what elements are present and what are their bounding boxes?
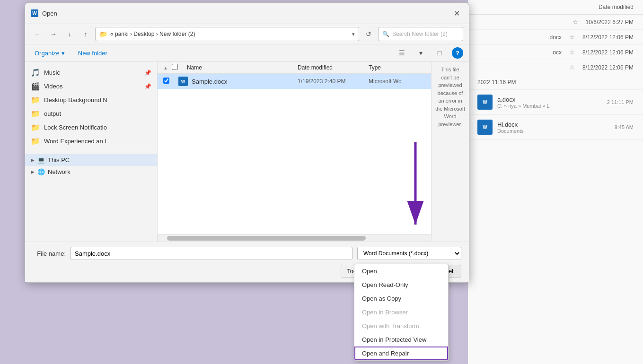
- sidebar-item-lock[interactable]: 📁 Lock Screen Notificatio: [25, 121, 157, 134]
- dropdown-item-in-browser: Open in Browser: [354, 305, 448, 319]
- bg-file-path-hi: Documents: [497, 128, 524, 134]
- folder-icon-output: 📁: [31, 109, 40, 118]
- filetype-select[interactable]: Word Documents (*.docx): [357, 247, 461, 260]
- organize-dropdown-icon: ▾: [62, 50, 65, 57]
- sidebar-item-word[interactable]: 📁 Word Experienced an I: [25, 134, 157, 148]
- filename-input[interactable]: [70, 247, 352, 260]
- bg-file-label-2: .docx: [548, 34, 562, 41]
- dialog-title-bar: W Open ✕: [25, 3, 469, 24]
- this-pc-icon: 💻: [37, 156, 45, 164]
- bg-date-col: Date modified: [599, 4, 634, 10]
- search-placeholder: Search New folder (2): [392, 31, 448, 37]
- sidebar-divider: [31, 151, 151, 151]
- network-expand-icon: ▶: [31, 169, 35, 174]
- preview-text: This file can't be previewed because of …: [435, 67, 465, 127]
- table-row[interactable]: W Sample.docx 1/19/2023 2:40 PM Microsof…: [158, 74, 431, 89]
- header-checkbox[interactable]: [172, 64, 183, 71]
- background-panel: Date modified ☆ 10/6/2022 6:27 PM .docx …: [468, 0, 643, 364]
- view-list-button[interactable]: ☰: [395, 46, 408, 60]
- scroll-thumb[interactable]: [167, 236, 366, 241]
- bg-word-icon-a: W: [477, 95, 493, 110]
- dropdown-item-protected[interactable]: Open in Protected View: [354, 333, 448, 347]
- close-button[interactable]: ✕: [450, 7, 463, 20]
- bg-row-2: .docx ☆ 8/12/2022 12:06 PM: [468, 30, 643, 45]
- col-header-name[interactable]: Name: [187, 64, 298, 71]
- sidebar-item-output[interactable]: 📁 output: [25, 107, 157, 121]
- bg-row-3: .ocx ☆ 8/12/2022 12:06 PM: [468, 45, 643, 60]
- search-bar[interactable]: 🔍 Search New folder (2): [378, 27, 463, 41]
- search-icon: 🔍: [382, 31, 389, 37]
- address-bar[interactable]: 📁 « panki › Desktop › New folder (2) ▾: [95, 27, 359, 41]
- dropdown-item-repair[interactable]: Open and Repair: [354, 347, 448, 360]
- bg-file-hi: W Hi.docx Documents 9:45 AM: [468, 115, 643, 140]
- dialog-title: Open: [42, 10, 446, 17]
- bg-pin-3: ☆: [569, 49, 575, 56]
- pin-icon-music: 📌: [144, 69, 151, 76]
- pin-icon-videos: 📌: [144, 83, 151, 90]
- help-button[interactable]: ?: [452, 47, 463, 59]
- filename-row: File name: Word Documents (*.docx): [33, 247, 461, 260]
- bg-row-1: ☆ 10/6/2022 6:27 PM: [468, 15, 643, 30]
- folder-icon-word: 📁: [31, 137, 40, 146]
- sidebar: 🎵 Music 📌 🎬 Videos 📌 📁 Desktop Backgroun…: [25, 62, 158, 242]
- folder-icon-deskbg: 📁: [31, 95, 40, 104]
- sidebar-label-lock: Lock Screen Notificatio: [44, 124, 107, 131]
- file-list-header: ▲ Name Date modified Type: [158, 62, 431, 74]
- horizontal-scrollbar[interactable]: [158, 234, 431, 242]
- main-content: 🎵 Music 📌 🎬 Videos 📌 📁 Desktop Backgroun…: [25, 62, 469, 242]
- sidebar-label-output: output: [44, 110, 61, 117]
- bg-file-date-hi: 9:45 AM: [615, 124, 634, 130]
- sidebar-label-network: Network: [48, 168, 70, 175]
- sidebar-label-this-pc: This PC: [48, 156, 70, 164]
- dropdown-item-transform: Open with Transform: [354, 319, 448, 333]
- back-button[interactable]: ←: [31, 27, 44, 41]
- file-checkbox[interactable]: [163, 78, 175, 85]
- organize-button[interactable]: Organize ▾: [31, 48, 69, 59]
- music-icon: 🎵: [31, 68, 40, 77]
- dropdown-item-as-copy[interactable]: Open as Copy: [354, 292, 448, 305]
- layout-button[interactable]: □: [433, 46, 446, 60]
- bg-file-path-a: C: » riya » Mumbai » L: [497, 103, 550, 109]
- bg-pin-4: ☆: [569, 64, 575, 71]
- organize-label: Organize: [35, 50, 60, 57]
- bg-file-name-a: a.docx: [497, 96, 550, 103]
- bg-file-a: W a.docx C: » riya » Mumbai » L 2 11:11 …: [468, 90, 643, 115]
- network-icon: 🌐: [37, 168, 45, 175]
- dropdown-item-open[interactable]: Open: [354, 264, 448, 278]
- sidebar-item-videos[interactable]: 🎬 Videos 📌: [25, 79, 157, 93]
- forward-button[interactable]: →: [47, 27, 60, 41]
- new-folder-label: New folder: [78, 50, 107, 57]
- col-header-type[interactable]: Type: [369, 64, 425, 71]
- sidebar-label-music: Music: [44, 69, 60, 76]
- dropdown-item-read-only[interactable]: Open Read-Only: [354, 278, 448, 292]
- sidebar-label-videos: Videos: [44, 83, 63, 90]
- view-dropdown-button[interactable]: ▾: [414, 46, 427, 60]
- bg-date-4: 8/12/2022 12:06 PM: [582, 64, 634, 71]
- sort-arrow: ▲: [163, 65, 168, 70]
- select-all-checkbox[interactable]: [172, 64, 178, 70]
- toolbar: Organize ▾ New folder ☰ ▾ □ ?: [25, 44, 469, 62]
- file-select-checkbox[interactable]: [163, 78, 169, 84]
- dropdown-button[interactable]: ↓: [63, 27, 76, 41]
- bg-partial-date: 2022 11:16 PM: [468, 75, 643, 90]
- refresh-button[interactable]: ↺: [362, 27, 375, 41]
- new-folder-button[interactable]: New folder: [74, 48, 111, 59]
- file-date-cell: 1/19/2023 2:40 PM: [298, 78, 369, 85]
- bg-file-label-3: .ocx: [551, 49, 562, 56]
- col-header-date[interactable]: Date modified: [298, 64, 369, 71]
- this-pc-expand-icon: ▶: [31, 157, 35, 163]
- bg-pin-2: ☆: [569, 34, 575, 41]
- bg-word-icon-hi: W: [477, 120, 493, 135]
- sidebar-item-desktop-bg[interactable]: 📁 Desktop Background N: [25, 93, 157, 107]
- bg-date-1: 10/6/2022 6:27 PM: [586, 19, 634, 26]
- bg-column-header: Date modified: [468, 0, 643, 15]
- folder-icon-lock: 📁: [31, 123, 40, 132]
- file-list-area: ▲ Name Date modified Type W Sample.docx …: [158, 62, 431, 242]
- bg-file-date-a: 2 11:11 PM: [607, 99, 634, 105]
- file-list-content: W Sample.docx 1/19/2023 2:40 PM Microsof…: [158, 74, 431, 234]
- sidebar-item-network[interactable]: ▶ 🌐 Network: [25, 166, 157, 178]
- sidebar-item-this-pc[interactable]: ▶ 💻 This PC: [25, 154, 157, 166]
- address-dropdown-arrow[interactable]: ▾: [352, 31, 355, 37]
- up-button[interactable]: ↑: [79, 27, 92, 41]
- sidebar-item-music[interactable]: 🎵 Music 📌: [25, 66, 157, 79]
